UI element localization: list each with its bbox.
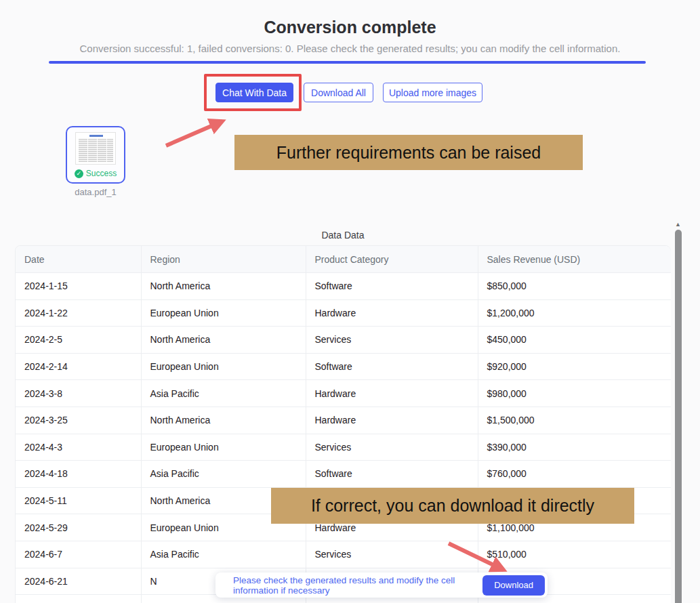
table-cell[interactable]: 2024-6-7 — [16, 541, 141, 568]
table-cell[interactable]: 2024-3-25 — [16, 407, 141, 434]
data-table-container: DateRegionProduct CategorySales Revenue … — [15, 245, 671, 603]
table-row: 2024-2-5North AmericaServices$450,000 — [16, 327, 671, 354]
table-cell[interactable]: 2024-5-11 — [16, 487, 141, 514]
table-cell[interactable]: European Union — [141, 299, 306, 327]
table-cell[interactable]: $760,000 — [478, 461, 671, 488]
table-row: 2024-3-25North AmericaHardware$1,500,000 — [16, 407, 671, 434]
header-divider — [49, 61, 646, 64]
page-subtitle: Conversion successful: 1, failed convers… — [0, 43, 700, 54]
table-row: 2024-4-18Asia PacificSoftware$760,000 — [16, 461, 671, 488]
annotation-note-further-requirements: Further requirements can be raised — [234, 135, 583, 170]
table-cell[interactable]: 2024-4-18 — [16, 461, 141, 488]
table-cell[interactable]: Software — [306, 461, 478, 488]
status-badge: ✓ Success — [67, 169, 124, 178]
file-preview-thumbnail — [75, 132, 116, 165]
table-cell[interactable]: North America — [141, 407, 306, 434]
page-title: Conversion complete — [0, 18, 700, 37]
table-cell[interactable]: Asia Pacific — [141, 541, 306, 568]
table-cell[interactable]: Services — [306, 327, 478, 354]
table-cell[interactable]: North America — [141, 487, 306, 514]
preview-table-rows — [78, 139, 113, 162]
footer-hint-bar: Please check the generated results and m… — [215, 573, 548, 598]
table-cell[interactable]: Hardware — [306, 299, 478, 327]
table-cell[interactable]: 2024-3-8 — [16, 380, 141, 407]
table-cell[interactable]: Asia Pacific — [141, 461, 306, 488]
table-row: 2024-3-8Asia PacificHardware$980,000 — [16, 380, 671, 407]
table-cell[interactable]: 2024-2-5 — [16, 327, 141, 354]
table-cell[interactable] — [306, 487, 478, 514]
table-cell[interactable]: $1,100,000 — [478, 514, 671, 541]
table-row: 2024-1-22European UnionHardware$1,200,00… — [16, 299, 671, 327]
table-cell[interactable]: 2024-2-14 — [16, 353, 141, 380]
table-cell[interactable]: $920,000 — [478, 353, 671, 380]
table-row: 2024-2-14European UnionSoftware$920,000 — [16, 353, 671, 380]
annotation-arrow-to-chat — [155, 112, 239, 154]
preview-title-bar — [89, 135, 103, 137]
table-cell[interactable]: European Union — [141, 353, 306, 380]
status-label: Success — [86, 169, 117, 178]
table-row: 2024-4-3European UnionServices$390,000 — [16, 434, 671, 461]
scrollbar-thumb[interactable] — [675, 230, 682, 603]
file-name-label: data.pdf_1 — [59, 187, 132, 197]
table-row: 2024-1-15North AmericaSoftware$850,000 — [16, 273, 671, 300]
table-cell[interactable]: Software — [306, 273, 478, 300]
file-card[interactable]: ✓ Success — [66, 126, 125, 184]
table-cell[interactable] — [16, 595, 141, 603]
table-cell[interactable]: $850,000 — [478, 273, 671, 300]
table-cell[interactable]: $1,200,000 — [478, 299, 671, 327]
table-cell[interactable]: $390,000 — [478, 434, 671, 461]
table-cell[interactable]: North America — [141, 327, 306, 354]
column-header: Region — [141, 246, 306, 273]
table-cell[interactable]: $450,000 — [478, 327, 671, 354]
table-cell[interactable]: European Union — [141, 434, 306, 461]
table-cell[interactable]: Hardware — [306, 380, 478, 407]
table-row: 2024-6-7Asia PacificServices$510,000 — [16, 541, 671, 568]
table-cell[interactable]: 2024-6-21 — [16, 568, 141, 595]
success-check-icon: ✓ — [75, 169, 83, 178]
table-cell[interactable]: $980,000 — [478, 380, 671, 407]
footer-message: Please check the generated results and m… — [233, 575, 482, 596]
table-title: Data Data — [15, 230, 671, 241]
column-header: Product Category — [306, 246, 478, 273]
table-cell[interactable]: 2024-1-15 — [16, 273, 141, 300]
table-cell[interactable]: European Union — [141, 514, 306, 541]
table-cell[interactable]: 2024-5-29 — [16, 514, 141, 541]
table-header-row: DateRegionProduct CategorySales Revenue … — [16, 246, 671, 273]
table-cell[interactable]: Services — [306, 541, 478, 568]
table-cell[interactable]: Hardware — [306, 407, 478, 434]
table-cell[interactable]: 2024-4-3 — [16, 434, 141, 461]
column-header: Date — [16, 246, 141, 273]
scrollbar-up-arrow[interactable]: ▲ — [673, 220, 683, 229]
column-header: Sales Revenue (USD) — [478, 246, 671, 273]
chat-with-data-button[interactable]: Chat With Data — [215, 83, 293, 102]
table-cell[interactable]: $1,500,000 — [478, 407, 671, 434]
table-cell[interactable]: Services — [306, 434, 478, 461]
table-cell[interactable]: Software — [306, 353, 478, 380]
table-row: 2024-5-29European UnionHardware$1,100,00… — [16, 514, 671, 541]
upload-more-images-button[interactable]: Upload more images — [383, 83, 482, 102]
table-cell[interactable] — [478, 487, 671, 514]
download-button[interactable]: Download — [482, 575, 545, 596]
table-cell[interactable]: $510,000 — [478, 541, 671, 568]
data-table: DateRegionProduct CategorySales Revenue … — [16, 246, 671, 603]
table-cell[interactable]: Asia Pacific — [141, 380, 306, 407]
table-cell[interactable]: 2024-1-22 — [16, 299, 141, 327]
table-cell[interactable]: Hardware — [306, 514, 478, 541]
table-row: 2024-5-11North America — [16, 487, 671, 514]
download-all-button[interactable]: Download All — [304, 83, 373, 102]
table-cell[interactable]: North America — [141, 273, 306, 300]
